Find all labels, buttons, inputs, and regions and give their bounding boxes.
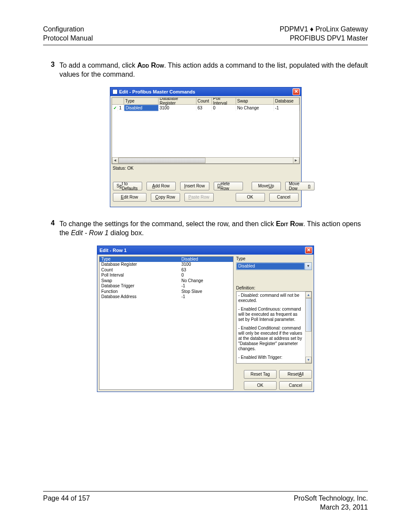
list-item[interactable]: Count63	[100, 268, 233, 273]
definition-box: - Disabled: command will not be executed…	[236, 291, 312, 364]
add-row-emphasis: Add Row	[137, 62, 164, 69]
insert-row-button[interactable]: Insert Row	[180, 182, 209, 190]
dialog1-title: Edit - Profibus Master Commands	[119, 89, 196, 94]
dialog2-title: Edit - Row 1	[100, 248, 127, 253]
horizontal-scrollbar[interactable]: ◄ ►	[112, 157, 299, 164]
close-icon[interactable]: ✕	[305, 247, 312, 254]
dialog-edit-row-1: Edit - Row 1 ✕ TypeDisabledDatabase Regi…	[97, 246, 314, 392]
combo-value: Disabled	[237, 263, 305, 270]
list-item[interactable]: TypeDisabled	[100, 257, 233, 262]
list-item[interactable]: Database Register3100	[100, 262, 233, 268]
param-name: Count	[100, 268, 180, 273]
list-item[interactable]: SwapNo Change	[100, 278, 233, 284]
param-name: Database Trigger	[100, 283, 180, 289]
scroll-right-icon[interactable]: ►	[293, 157, 299, 164]
list-item[interactable]: Poll Interval0	[100, 273, 233, 278]
col-count: Count	[196, 98, 212, 104]
grid-header: Type Database Register Count Poll Interv…	[112, 98, 299, 105]
param-name: Swap	[100, 278, 180, 284]
cell-type[interactable]: Disabled	[124, 105, 159, 111]
param-value: No Change	[180, 278, 233, 284]
app-icon	[112, 89, 118, 94]
header-right-2: PROFIBUS DPV1 Master	[280, 34, 368, 43]
col-poll: Poll Interval	[212, 98, 236, 104]
step-3: 3 To add a command, click Add Row. This …	[43, 61, 368, 79]
cell-db: -1	[274, 105, 299, 111]
scroll-up-icon[interactable]: ▲	[305, 292, 311, 298]
param-value: 63	[180, 268, 233, 273]
row-index: 1	[118, 105, 124, 111]
vertical-scrollbar[interactable]: ▲ ▼	[305, 292, 311, 363]
list-item[interactable]: Database Trigger-1	[100, 283, 233, 289]
param-name: Function	[100, 289, 180, 295]
field-label-type: Type	[236, 256, 312, 261]
param-name: Database Address	[100, 294, 180, 300]
ok-button[interactable]: OK	[244, 381, 277, 390]
status-text: Status: OK	[110, 164, 301, 171]
col-type: Type	[124, 98, 159, 104]
paste-row-button: Paste Row	[184, 193, 214, 202]
edit-row-button[interactable]: Edit Row	[113, 193, 146, 202]
move-down-button[interactable]: Move Down	[285, 182, 314, 190]
close-icon[interactable]: ✕	[293, 88, 300, 95]
col-blank	[112, 98, 124, 104]
footer-date: March 23, 2011	[294, 503, 368, 512]
chevron-down-icon[interactable]: ▼	[305, 263, 311, 270]
reset-all-button[interactable]: Reset All	[279, 370, 312, 379]
dialog-profibus-master-commands: Edit - Profibus Master Commands ✕ Type D…	[110, 87, 302, 207]
edit-row-dialog-name: Edit - Row 1	[71, 229, 109, 236]
move-up-button[interactable]: Move Up	[252, 182, 281, 190]
header-left-1: Configuration	[43, 25, 93, 34]
cell-poll: 0	[212, 105, 236, 111]
table-row[interactable]: ✓ 1 Disabled 3100 63 0 No Change -1	[112, 105, 299, 111]
footer-company: ProSoft Technology, Inc.	[294, 494, 368, 503]
dialog2-titlebar[interactable]: Edit - Row 1 ✕	[97, 246, 314, 255]
commands-grid[interactable]: Type Database Register Count Poll Interv…	[112, 97, 300, 164]
step-number-4: 4	[43, 219, 52, 238]
add-row-button[interactable]: Add Row	[146, 182, 176, 190]
step-4-text: To change the settings for the command, …	[59, 219, 368, 238]
scroll-left-icon[interactable]: ◄	[112, 157, 118, 164]
param-name: Database Register	[100, 262, 180, 268]
check-icon: ✓	[113, 106, 117, 110]
type-combobox[interactable]: Disabled ▼	[236, 262, 312, 270]
ok-button[interactable]: OK	[236, 193, 265, 202]
scroll-thumb[interactable]	[118, 158, 206, 163]
param-value: Stop Slave	[180, 289, 233, 295]
delete-row-button[interactable]: Delete Row	[214, 182, 243, 190]
cancel-button[interactable]: Cancel	[269, 193, 299, 202]
cell-count: 63	[196, 105, 212, 111]
dialog1-titlebar[interactable]: Edit - Profibus Master Commands ✕	[110, 87, 301, 96]
step-3-text: To add a command, click Add Row. This ac…	[59, 61, 368, 79]
list-item[interactable]: Database Address-1	[100, 294, 233, 300]
step-4: 4 To change the settings for the command…	[43, 219, 368, 238]
header-left-2: Protocol Manual	[43, 34, 93, 43]
param-value: -1	[180, 283, 233, 289]
cell-swap: No Change	[236, 105, 274, 111]
page-header: Configuration Protocol Manual PDPMV1 ♦ P…	[43, 25, 368, 45]
param-name: Type	[100, 257, 180, 262]
col-swap: Swap	[236, 98, 274, 104]
page-number: Page 44 of 157	[43, 494, 90, 512]
parameter-list[interactable]: TypeDisabledDatabase Register3100Count63…	[99, 256, 234, 390]
param-value: -1	[180, 294, 233, 300]
step-number-3: 3	[43, 61, 52, 79]
header-right-1: PDPMV1 ♦ ProLinx Gateway	[280, 25, 368, 34]
param-value: Disabled	[180, 257, 233, 262]
list-item[interactable]: FunctionStop Slave	[100, 289, 233, 295]
param-name: Poll Interval	[100, 273, 180, 278]
param-value: 3100	[180, 262, 233, 268]
scroll-thumb[interactable]	[305, 298, 311, 332]
set-to-defaults-button[interactable]: Set to Defaults	[113, 182, 142, 190]
reset-tag-button[interactable]: Reset Tag	[244, 370, 277, 379]
edit-row-emphasis: Edit Row	[276, 220, 303, 227]
scroll-down-icon[interactable]: ▼	[305, 357, 311, 363]
definition-label: Definition:	[236, 286, 312, 290]
cancel-button[interactable]: Cancel	[279, 381, 312, 390]
col-db: Database	[274, 98, 299, 104]
page-footer: Page 44 of 157 ProSoft Technology, Inc. …	[43, 491, 368, 512]
cell-dbreg: 3100	[159, 105, 196, 111]
copy-row-button[interactable]: Copy Row	[151, 193, 180, 202]
param-value: 0	[180, 273, 233, 278]
col-dbreg: Database Register	[159, 98, 196, 104]
